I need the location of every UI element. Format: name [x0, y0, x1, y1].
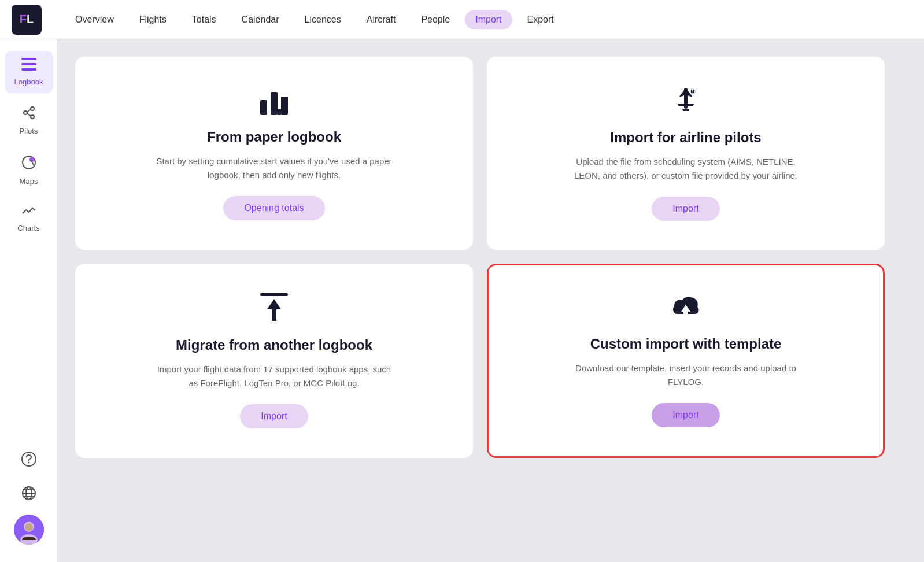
map-icon — [21, 155, 36, 173]
top-navigation: FL Overview Flights Totals Calendar Lice… — [0, 0, 924, 39]
airplane-icon: / — [671, 86, 701, 116]
card-migrate-logbook: Migrate from another logbook Import your… — [75, 264, 473, 458]
list-icon — [21, 58, 36, 74]
app-logo[interactable]: FL — [12, 5, 42, 35]
migrate-import-button[interactable]: Import — [240, 404, 308, 428]
svg-rect-21 — [260, 100, 267, 115]
svg-line-7 — [27, 110, 31, 112]
sidebar-item-charts[interactable]: Charts — [5, 198, 53, 239]
svg-marker-29 — [267, 299, 281, 321]
nav-licences[interactable]: Licences — [294, 10, 352, 29]
sidebar-charts-label: Charts — [17, 224, 39, 232]
custom-import-button[interactable]: Import — [652, 403, 719, 427]
globe-icon[interactable] — [21, 486, 36, 504]
card-paper-logbook-title: From paper logbook — [207, 129, 341, 145]
main-content: From paper logbook Start by setting cumu… — [58, 39, 924, 562]
sidebar-pilots-label: Pilots — [20, 127, 38, 135]
card-migrate-title: Migrate from another logbook — [176, 337, 372, 353]
opening-totals-button[interactable]: Opening totals — [223, 196, 324, 220]
card-paper-logbook-desc: Start by setting cumulative start values… — [153, 154, 396, 182]
nav-calendar[interactable]: Calendar — [231, 10, 290, 29]
nav-aircraft[interactable]: Aircraft — [356, 10, 406, 29]
svg-point-11 — [28, 462, 29, 464]
svg-rect-24 — [278, 109, 281, 115]
sidebar-item-pilots[interactable]: Pilots — [5, 99, 53, 142]
sidebar-maps-label: Maps — [20, 177, 38, 186]
nav-overview[interactable]: Overview — [65, 10, 124, 29]
svg-point-5 — [31, 115, 34, 119]
support-icon[interactable] — [21, 451, 37, 471]
svg-rect-28 — [260, 293, 288, 296]
svg-rect-23 — [281, 97, 288, 115]
share-icon — [22, 106, 36, 123]
import-cards-grid: From paper logbook Start by setting cumu… — [75, 57, 885, 458]
airline-import-button[interactable]: Import — [652, 197, 719, 221]
nav-menu: Overview Flights Totals Calendar Licence… — [65, 10, 912, 29]
nav-import[interactable]: Import — [465, 10, 512, 29]
card-migrate-desc: Import your flight data from 17 supporte… — [153, 363, 396, 390]
main-layout: Logbook Pilots M — [0, 39, 924, 562]
svg-line-6 — [27, 114, 31, 116]
card-custom-import-title: Custom import with template — [590, 336, 782, 352]
nav-flights[interactable]: Flights — [129, 10, 177, 29]
bar-chart-icon — [258, 86, 290, 115]
sidebar-item-logbook[interactable]: Logbook — [5, 51, 53, 93]
card-custom-import-desc: Download our template, insert your recor… — [564, 361, 807, 389]
sidebar-item-maps[interactable]: Maps — [5, 148, 53, 193]
svg-point-3 — [31, 107, 34, 110]
card-custom-import: Custom import with template Download our… — [487, 264, 885, 458]
nav-people[interactable]: People — [411, 10, 460, 29]
card-airline-pilots: / Import for airline pilots Upload the f… — [487, 57, 885, 250]
nav-export[interactable]: Export — [517, 10, 564, 29]
sidebar-logbook-label: Logbook — [14, 77, 43, 86]
sidebar: Logbook Pilots M — [0, 39, 58, 562]
card-airline-pilots-desc: Upload the file from scheduling system (… — [564, 155, 807, 183]
user-avatar[interactable] — [14, 515, 44, 545]
svg-point-20 — [25, 523, 33, 531]
svg-rect-0 — [21, 58, 36, 60]
svg-rect-1 — [21, 63, 36, 65]
nav-totals[interactable]: Totals — [182, 10, 227, 29]
cloud-upload-icon — [670, 294, 702, 322]
card-paper-logbook: From paper logbook Start by setting cumu… — [75, 57, 473, 250]
svg-point-4 — [24, 111, 27, 114]
card-airline-pilots-title: Import for airline pilots — [610, 130, 761, 146]
chart-icon — [22, 205, 36, 220]
upload-icon — [260, 293, 288, 323]
svg-rect-2 — [21, 68, 36, 71]
svg-rect-22 — [271, 92, 278, 115]
